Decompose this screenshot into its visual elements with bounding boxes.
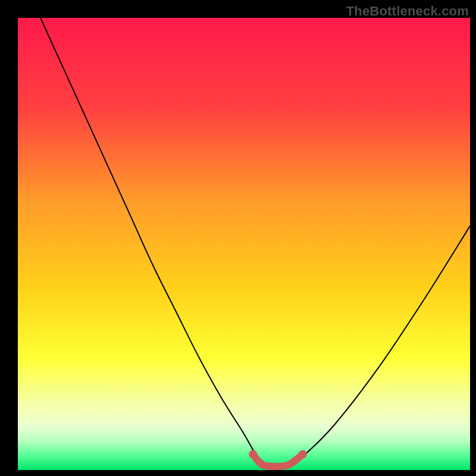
- optimal-range-endpoint: [249, 450, 257, 458]
- plot-background: [18, 18, 470, 470]
- chart-frame: TheBottleneck.com: [0, 0, 476, 476]
- bottleneck-chart: [0, 0, 476, 476]
- optimal-range-endpoint: [299, 450, 307, 458]
